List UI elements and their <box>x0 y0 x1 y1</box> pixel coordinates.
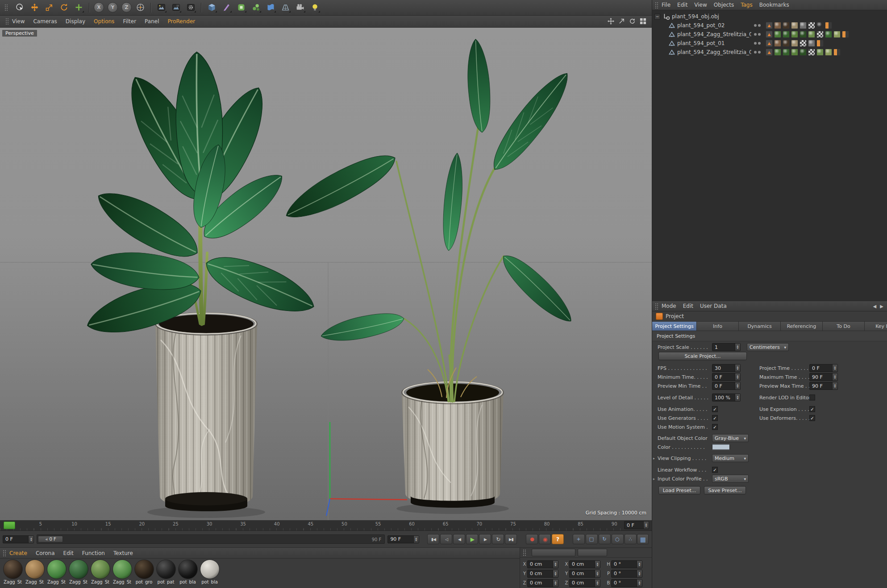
material-item[interactable]: Zagg_St <box>24 559 46 584</box>
coordinate-field[interactable]: 0 cm▲▼ <box>527 560 558 568</box>
material-tag-icon[interactable] <box>791 40 798 47</box>
start-frame-field[interactable]: 0 F▲▼ <box>3 535 34 543</box>
loop-button[interactable]: ↻ <box>492 534 504 544</box>
selection-tag-icon[interactable] <box>808 49 815 56</box>
pan-view-icon[interactable] <box>608 18 614 25</box>
previous-frame-button[interactable]: ◀ <box>453 534 465 544</box>
coordinate-field[interactable]: 0 °▲▼ <box>611 570 642 578</box>
viewport-menu-panel[interactable]: Panel <box>145 18 159 25</box>
material-tag-icon[interactable] <box>791 49 798 56</box>
cloth-tool-icon[interactable] <box>265 2 277 13</box>
subdivision-surface-icon[interactable] <box>235 2 247 13</box>
add-cube-icon[interactable] <box>206 2 218 13</box>
object-manager-menu-edit[interactable]: Edit <box>677 2 687 8</box>
view-clipping-dropdown[interactable]: Medium▼ <box>712 454 749 462</box>
object-row[interactable]: −plant_594_obj.obj <box>652 12 887 21</box>
floor-tool-icon[interactable] <box>279 2 292 13</box>
phong-tag-icon[interactable]: ▲ <box>766 22 773 29</box>
visibility-dots[interactable] <box>751 42 763 45</box>
previous-key-button[interactable]: ◁ <box>440 534 452 544</box>
display-tag-icon[interactable] <box>825 22 832 29</box>
material-item[interactable]: Zagg_St <box>46 559 67 584</box>
material-tag-icon[interactable] <box>791 31 798 38</box>
coordinate-field[interactable]: 0 °▲▼ <box>611 579 642 587</box>
object-manager-menu-objects[interactable]: Objects <box>714 2 734 8</box>
input-color-profile-dropdown[interactable]: sRGB▼ <box>712 475 749 483</box>
end-frame-field[interactable]: 90 F▲▼ <box>387 535 419 543</box>
material-tag-icon[interactable] <box>825 49 832 56</box>
material-sphere[interactable] <box>178 559 198 579</box>
project-time-field[interactable]: 0 F▲▼ <box>809 364 838 372</box>
viewport-menu-display[interactable]: Display <box>66 18 85 25</box>
edit-render-settings-icon[interactable] <box>185 2 197 13</box>
help-button[interactable]: ? <box>552 534 564 544</box>
material-tag-icon[interactable] <box>774 22 781 29</box>
attribute-manager-menu-mode[interactable]: Mode <box>662 303 676 309</box>
use-deformers-checkbox[interactable] <box>809 415 815 421</box>
color-swatch[interactable] <box>712 444 730 450</box>
object-name[interactable]: plant_594_obj.obj <box>672 13 746 20</box>
object-name[interactable]: plant_594_Zagg_Strelitzia_01 <box>677 49 751 55</box>
display-tag-icon[interactable] <box>842 31 849 38</box>
material-menubar-grip[interactable] <box>3 550 7 556</box>
expander-icon[interactable]: ▸ <box>653 456 655 460</box>
material-item[interactable]: pot_pat <box>155 559 177 584</box>
z-axis-lock-button[interactable]: Z <box>121 2 132 12</box>
key-position-button[interactable]: + <box>573 534 585 544</box>
object-name[interactable]: plant_594_pot_01 <box>677 40 751 46</box>
object-row[interactable]: plant_594_Zagg_Strelitzia_01▲ <box>652 48 887 57</box>
material-tag-icon[interactable] <box>800 22 807 29</box>
object-row[interactable]: plant_594_Zagg_Strelitzia_02▲ <box>652 30 887 39</box>
project-scale-unit-dropdown[interactable]: Centimeters▼ <box>747 343 789 351</box>
light-tool-icon[interactable] <box>309 2 321 13</box>
material-tag-icon[interactable] <box>783 49 790 56</box>
material-tag-icon[interactable] <box>774 49 781 56</box>
display-tag-icon[interactable] <box>833 49 841 56</box>
material-sphere[interactable] <box>25 559 45 579</box>
default-object-color-dropdown[interactable]: Gray-Blue▼ <box>712 434 749 442</box>
coordinate-field[interactable]: 0 cm▲▼ <box>569 579 600 587</box>
visibility-dots[interactable] <box>751 24 763 27</box>
material-sphere[interactable] <box>47 559 67 579</box>
tab-to-do[interactable]: To Do <box>823 322 865 331</box>
coordinate-field[interactable]: 0 cm▲▼ <box>527 570 558 578</box>
object-manager-menu-view[interactable]: View <box>694 2 707 8</box>
material-item[interactable]: Zagg_St <box>67 559 89 584</box>
material-sphere[interactable] <box>3 559 23 579</box>
tab-info[interactable]: Info <box>697 322 739 331</box>
render-view-icon[interactable] <box>155 2 167 13</box>
last-tool-icon[interactable] <box>73 2 85 13</box>
attribute-manager-menu-user-data[interactable]: User Data <box>700 303 727 309</box>
material-tag-icon[interactable] <box>783 40 790 47</box>
display-tag-icon[interactable] <box>816 40 824 47</box>
material-tag-icon[interactable] <box>833 31 841 38</box>
material-tag-icon[interactable] <box>808 40 815 47</box>
current-frame-marker[interactable] <box>4 522 15 529</box>
expander-icon[interactable]: ▸ <box>653 477 655 481</box>
material-tag-icon[interactable] <box>783 22 790 29</box>
goto-start-button[interactable]: ▮◀ <box>427 534 439 544</box>
material-tag-icon[interactable] <box>783 31 790 38</box>
material-tag-icon[interactable] <box>774 31 781 38</box>
history-back-icon[interactable]: ◀ <box>873 304 877 309</box>
material-tag-icon[interactable] <box>816 49 824 56</box>
pen-tool-icon[interactable] <box>221 2 233 13</box>
preview-max-time-field[interactable]: 90 F▲▼ <box>809 382 838 390</box>
visibility-dots[interactable] <box>751 33 763 36</box>
material-tag-icon[interactable] <box>816 22 824 29</box>
live-selection-icon[interactable] <box>14 2 26 13</box>
viewport-menu-prorender[interactable]: ProRender <box>167 18 195 25</box>
material-tag-icon[interactable] <box>825 31 832 38</box>
record-keyframe-button[interactable]: ● <box>526 534 538 544</box>
maximum-time-field[interactable]: 90 F▲▼ <box>809 373 838 381</box>
material-sphere[interactable] <box>91 559 110 579</box>
history-forward-icon[interactable]: ▶ <box>880 304 883 309</box>
attribute-manager-menu-edit[interactable]: Edit <box>683 303 693 309</box>
next-frame-button[interactable]: ▶ <box>479 534 491 544</box>
tab-dynamics[interactable]: Dynamics <box>739 322 781 331</box>
use-motion-system-checkbox[interactable] <box>712 424 718 430</box>
materials-menu-texture[interactable]: Texture <box>113 550 133 556</box>
object-manager-menu-tags[interactable]: Tags <box>741 2 753 8</box>
materials-menu-corona[interactable]: Corona <box>36 550 55 556</box>
material-tag-icon[interactable] <box>808 31 815 38</box>
